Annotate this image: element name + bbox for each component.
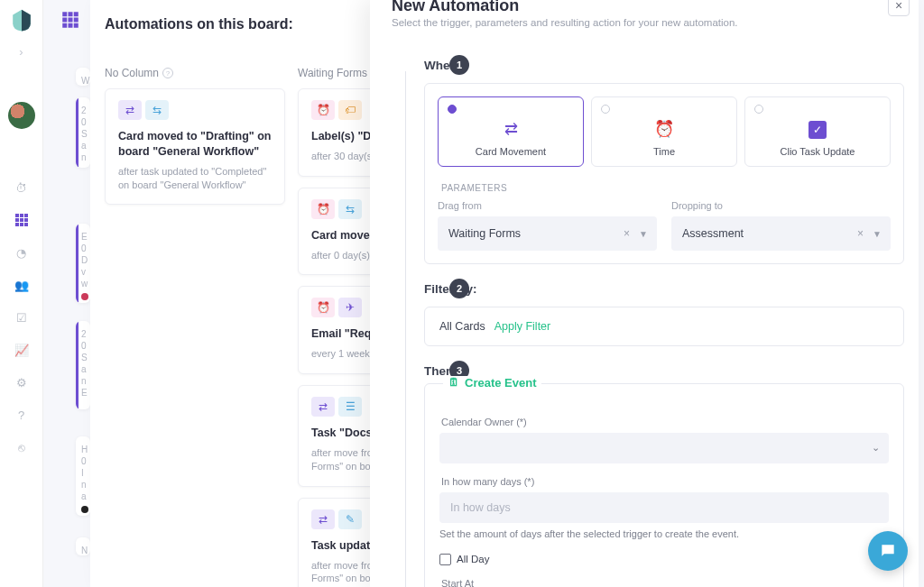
parameters-label: Parameters — [441, 183, 891, 193]
ghost-card: H 0 I n a — [76, 436, 90, 516]
dropping-to-select[interactable]: Assessment × ▼ — [671, 216, 891, 251]
dropping-to-label: Dropping to — [671, 200, 891, 211]
svg-rect-7 — [20, 223, 23, 226]
step-number-1: 1 — [449, 55, 469, 75]
gear-icon[interactable]: ⚙ — [14, 374, 30, 390]
svg-rect-13 — [69, 18, 73, 23]
card-sub: after task updated to "Completed" on boa… — [118, 165, 272, 192]
days-input[interactable] — [439, 492, 889, 523]
clock-icon: ⏰ — [311, 100, 335, 120]
chart-icon[interactable]: 📈 — [14, 342, 30, 358]
svg-rect-3 — [15, 218, 19, 222]
app-logo — [9, 7, 34, 32]
svg-rect-8 — [24, 223, 28, 226]
help-icon[interactable]: ? — [14, 407, 30, 423]
users-icon[interactable]: 👥 — [14, 277, 30, 293]
select-value: Assessment — [682, 227, 744, 240]
trigger-time[interactable]: ⏰ Time — [591, 96, 737, 167]
drag-from-select[interactable]: Waiting Forms × ▼ — [438, 216, 657, 251]
grid-icon[interactable] — [14, 212, 30, 228]
close-button[interactable]: × — [888, 0, 910, 16]
gauge-icon[interactable]: ◔ — [14, 244, 30, 261]
select-value: Waiting Forms — [448, 227, 521, 240]
ghost-card: 2 0 S a n — [76, 97, 90, 168]
svg-rect-2 — [24, 214, 28, 217]
board-grid-icon[interactable] — [61, 11, 81, 31]
chat-button[interactable] — [868, 531, 908, 571]
timer-icon[interactable]: ⏱ — [14, 179, 30, 196]
chevron-right-icon[interactable]: › — [19, 45, 23, 59]
svg-rect-12 — [62, 18, 67, 23]
ghost-card: 2 0 S a n E — [76, 321, 90, 409]
chevron-down-icon: ⌄ — [872, 442, 880, 454]
trigger-label: Card Movement — [476, 146, 546, 157]
trigger-label: Clio Task Update — [781, 146, 855, 157]
step-number-2: 2 — [449, 279, 469, 298]
list-icon: ☰ — [338, 397, 362, 417]
swap-icon: ⇆ — [145, 100, 169, 120]
swap-icon: ⇆ — [338, 199, 362, 219]
automations-header: Automations on this board: — [90, 0, 370, 38]
logout-icon[interactable]: ⎋ — [14, 439, 30, 455]
svg-rect-5 — [24, 218, 28, 222]
days-help: Set the amount of days after the selecte… — [439, 528, 889, 539]
svg-rect-14 — [74, 18, 79, 23]
filter-all-cards: All Cards — [439, 320, 485, 333]
ghost-card: E 0 D v w — [76, 224, 90, 303]
clear-icon[interactable]: × — [624, 227, 630, 240]
swap-icon: ⇄ — [118, 100, 142, 120]
check-icon[interactable]: ☑ — [14, 309, 30, 326]
clock-icon: ⏰ — [654, 119, 674, 139]
swap-icon: ⇄ — [311, 397, 335, 417]
svg-rect-6 — [15, 223, 19, 226]
radio-icon — [601, 105, 610, 114]
apply-filter-link[interactable]: Apply Filter — [494, 320, 551, 333]
radio-icon — [754, 105, 763, 114]
radio-icon — [448, 105, 457, 114]
trigger-clio-task[interactable]: ✓ Clio Task Update — [744, 96, 891, 167]
svg-rect-9 — [62, 12, 67, 16]
avatar[interactable] — [8, 102, 35, 129]
svg-rect-11 — [74, 12, 79, 16]
tag-icon: 🏷 — [338, 100, 362, 120]
drag-from-label: Drag from — [438, 200, 657, 211]
chevron-down-icon: ▼ — [873, 229, 882, 239]
chevron-down-icon: ▼ — [639, 229, 648, 239]
send-icon: ✈ — [338, 298, 362, 317]
column-no-column: No Column ? — [105, 38, 285, 88]
left-rail: › ⏱ ◔ 👥 ☑ 📈 ⚙ ? ⎋ — [0, 0, 43, 587]
check-icon: ✓ — [808, 121, 827, 139]
modal-subtitle: Select the trigger, parameters and resul… — [392, 17, 904, 28]
all-day-checkbox[interactable] — [439, 554, 451, 565]
automation-card[interactable]: ⇄ ⇆ Card moved to "Drafting" on board "G… — [105, 88, 285, 205]
automations-panel: Automations on this board: No Column ? ⇄… — [90, 0, 370, 587]
svg-rect-4 — [20, 218, 23, 222]
filter-box: All Cards Apply Filter — [424, 307, 904, 346]
clock-icon: ⏰ — [311, 298, 335, 317]
trigger-card-movement[interactable]: ⇄ Card Movement — [438, 96, 584, 167]
trigger-label: Time — [653, 146, 675, 157]
calendar-icon: 🗓 — [448, 376, 459, 389]
clear-icon[interactable]: × — [857, 227, 864, 240]
svg-rect-16 — [69, 23, 73, 28]
svg-rect-17 — [74, 23, 79, 28]
swap-icon: ⇄ — [504, 119, 518, 139]
swap-icon: ⇄ — [311, 509, 335, 529]
steps-container: 1 When... ⇄ Card Movement ⏰ Time — [370, 41, 919, 587]
edit-icon: ✎ — [338, 509, 362, 529]
svg-rect-10 — [69, 12, 73, 16]
calendar-owner-label: Calendar Owner (*) — [441, 417, 889, 427]
start-at-label: Start At — [441, 578, 889, 588]
new-automation-modal: New Automation Select the trigger, param… — [370, 0, 919, 587]
modal-title: New Automation — [392, 0, 904, 15]
calendar-owner-select[interactable] — [439, 433, 889, 463]
ghost-col-header: W — [76, 68, 90, 86]
step-filter-title: Filter By: — [424, 282, 904, 296]
svg-rect-1 — [20, 214, 23, 217]
svg-rect-0 — [15, 214, 19, 217]
create-event-header: Create Event — [465, 376, 536, 390]
svg-rect-15 — [62, 23, 67, 28]
clock-icon: ⏰ — [311, 199, 335, 219]
all-day-label: All Day — [457, 554, 489, 564]
info-icon[interactable]: ? — [162, 68, 173, 78]
